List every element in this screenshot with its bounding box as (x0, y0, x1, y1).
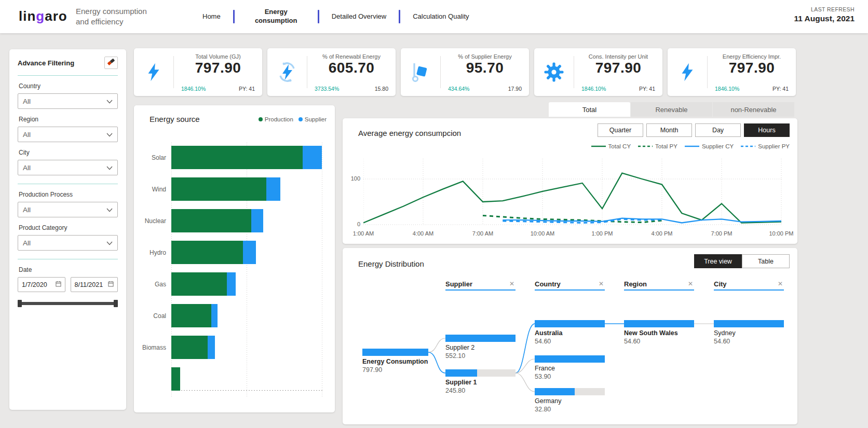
date-end-input[interactable]: 8/11/2021 (71, 277, 118, 292)
nav-item-detailed-overview[interactable]: Detailed Overview (332, 12, 387, 21)
tree-node-bar[interactable] (535, 355, 605, 363)
kpi-prior-year: PY: 41 (772, 86, 789, 92)
production-bar-segment[interactable] (171, 336, 208, 359)
stacked-bar[interactable] (171, 177, 280, 201)
date-start-input[interactable]: 1/7/2020 (18, 277, 65, 292)
tree-node-bar[interactable] (362, 349, 428, 356)
supplier-bar-segment[interactable] (303, 146, 322, 169)
supplier-bar-segment[interactable] (251, 209, 263, 232)
nav-separator (399, 10, 400, 23)
production-bar-segment[interactable] (171, 241, 243, 264)
energy-source-plot: SolarWindNuclearHydroGasCoalBiomass (134, 139, 335, 407)
production-bar-segment[interactable] (171, 146, 303, 169)
divider (18, 184, 118, 184)
remove-level-icon[interactable]: ✕ (508, 280, 516, 287)
legend-label: Total CY (608, 143, 631, 149)
tab-non-renevable[interactable]: non-Renevable (713, 102, 794, 117)
kpi-value: 797.90 (715, 60, 789, 76)
bar-category-label (134, 367, 166, 391)
stacked-bar[interactable] (171, 367, 180, 391)
nav-item-home[interactable]: Home (202, 12, 221, 21)
view-button-tree-view[interactable]: Tree view (694, 254, 742, 268)
nav-item-energy-consumption[interactable]: Energy consumption (247, 8, 305, 25)
filter-select-production-process[interactable]: All (18, 202, 118, 217)
supplier-bar-segment[interactable] (266, 177, 280, 201)
supplier-bar-segment[interactable] (208, 336, 215, 359)
stacked-bar[interactable] (171, 241, 256, 264)
bar-row-nuclear: Nuclear (134, 209, 335, 232)
nav-item-calculation-quality[interactable]: Calculation Quality (413, 12, 469, 21)
remove-level-icon[interactable]: ✕ (598, 280, 605, 287)
y-axis-tick: 0 (347, 221, 360, 227)
series-total-cy (363, 173, 781, 223)
bar-category-label: Nuclear (134, 209, 166, 232)
remove-level-icon[interactable]: ✕ (687, 280, 694, 287)
kpi-value: 605.70 (315, 60, 388, 76)
legend-label: Production (265, 116, 293, 122)
divider (18, 75, 118, 76)
time-granularity-buttons: QuarterMonthDayHours (598, 123, 790, 137)
date-filter-label: Date (19, 266, 118, 273)
tree-node-bar[interactable] (535, 388, 605, 395)
tree-connector-sup1-france (516, 359, 535, 373)
legend-item-supplier-py: Supplier PY (741, 143, 790, 149)
tree-node-bar[interactable] (535, 320, 605, 327)
remove-level-icon[interactable]: ✕ (777, 280, 784, 287)
legend-label: Supplier (305, 116, 327, 122)
calendar-icon (108, 281, 114, 288)
tree-node-bar[interactable] (445, 335, 516, 342)
clear-filters-button[interactable] (104, 57, 118, 69)
slider-handle-start[interactable] (18, 300, 22, 307)
tree-node-bar[interactable] (624, 320, 694, 327)
production-bar-segment[interactable] (171, 304, 211, 327)
logo-text-part: lin (19, 8, 36, 24)
filter-select-product-category[interactable]: All (18, 235, 118, 251)
tree-node-value: 54.60 (535, 338, 605, 345)
time-button-day[interactable]: Day (695, 123, 741, 137)
supplier-bar-segment[interactable] (227, 272, 236, 296)
tree-node-france: France53.90 (535, 355, 605, 380)
tree-node-label: Australia (535, 329, 605, 337)
filter-select-region[interactable]: All (18, 127, 118, 142)
bar-row-unlabeled (134, 367, 335, 391)
stacked-bar[interactable] (171, 336, 215, 359)
production-bar-segment[interactable] (171, 177, 266, 201)
tree-node-bar[interactable] (714, 320, 784, 327)
production-bar-segment[interactable] (171, 209, 251, 232)
legend-item-total-cy: Total CY (591, 143, 631, 149)
stacked-bar[interactable] (171, 146, 322, 169)
stacked-bar[interactable] (171, 272, 236, 296)
time-button-month[interactable]: Month (646, 123, 692, 137)
slider-handle-end[interactable] (114, 300, 118, 307)
filter-select-city[interactable]: All (18, 160, 118, 175)
production-bar-segment[interactable] (171, 272, 227, 296)
kpi-content: Energy Efficiency Impr.797.901846.10%PY:… (708, 48, 796, 96)
production-bar-segment[interactable] (171, 367, 180, 391)
date-range-slider[interactable] (18, 299, 118, 308)
filter-select-value: All (23, 164, 31, 172)
kpi-delta: 1846.10% (181, 86, 206, 92)
supplier-legend-dot (299, 117, 303, 121)
tree-node-australia: Australia54.60 (535, 320, 605, 345)
view-button-table[interactable]: Table (742, 254, 790, 268)
stacked-bar[interactable] (171, 304, 218, 327)
kpi-prior-year: 17.90 (508, 86, 522, 92)
legend-label: Supplier PY (758, 143, 790, 149)
kpi-delta: 3733.54% (315, 86, 339, 92)
tree-node-bar[interactable] (445, 369, 516, 377)
tree-node-bar-fill (445, 335, 516, 342)
stacked-bar[interactable] (171, 209, 263, 232)
tab-total[interactable]: Total (549, 102, 630, 117)
time-button-hours[interactable]: Hours (744, 123, 790, 137)
gear-icon (534, 61, 574, 83)
bar-category-label: Gas (134, 272, 166, 296)
time-button-quarter[interactable]: Quarter (598, 123, 643, 137)
tab-renevable[interactable]: Renevable (631, 102, 712, 117)
energy-source-chart: Energy source ProductionSupplier SolarWi… (134, 105, 335, 412)
supplier-bar-segment[interactable] (211, 304, 218, 327)
tree-node-bar-fill (535, 388, 575, 395)
legend-item-supplier-cy: Supplier CY (685, 143, 734, 149)
filter-select-country[interactable]: All (18, 93, 118, 109)
supplier-bar-segment[interactable] (243, 241, 256, 264)
divider (18, 259, 118, 259)
